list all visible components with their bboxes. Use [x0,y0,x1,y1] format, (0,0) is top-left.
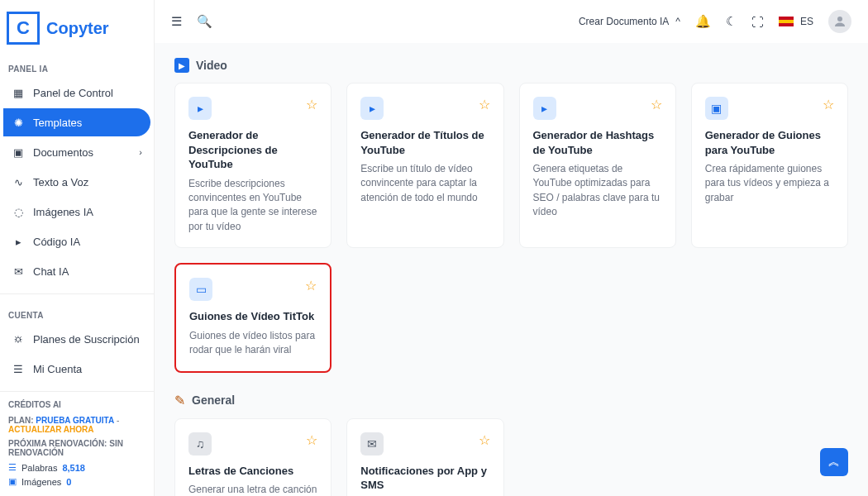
pencil-section-icon: ✎ [174,393,185,408]
music-icon: ♫ [188,432,212,455]
notifications-icon[interactable]: 🔔 [695,14,711,29]
svg-point-0 [837,17,842,21]
divider [0,391,154,392]
credits-block: CRÉDITOS AI PLAN: PRUEBA GRATUITA - ACTU… [0,400,154,496]
stat-palabras: ☰ Palabras 8,518 [8,462,145,473]
sidebar: C Copyter PANEL IA ▦ Panel de Control ✺ … [0,0,155,496]
card-title: Generador de Títulos de YouTube [360,128,489,157]
renovation-text: PRÓXIMA RENOVACIÓN: SIN RENOVACIÓN [8,439,145,457]
logo[interactable]: C Copyter [0,0,154,56]
credits-title: CRÉDITOS AI [8,400,145,409]
dashboard-icon: ▦ [12,86,25,99]
sidebar-item-panel-control[interactable]: ▦ Panel de Control [3,79,150,107]
card-desc: Escribe un título de vídeo convincente p… [360,162,489,205]
search-icon[interactable]: 🔍 [197,14,212,29]
cards-general: ♫ ☆ Letras de Canciones Generar una letr… [174,418,848,496]
topbar: ☰ 🔍 Crear Documento IA ^ 🔔 ☾ ⛶ ES [155,0,868,43]
sidebar-item-label: Imágenes IA [33,206,93,218]
sidebar-item-imagenes-ia[interactable]: ◌ Imágenes IA [3,198,150,226]
chevron-up-icon: ^ [675,16,680,27]
logo-box-icon: C [7,12,40,45]
card-youtube-scripts[interactable]: ▣ ☆ Generador de Guiones para YouTube Cr… [691,83,848,248]
favorite-star-icon[interactable]: ☆ [306,432,317,448]
images-count-icon: ▣ [8,476,17,487]
plan-sep: - [117,416,119,425]
stat-label: Imágenes [21,477,61,487]
card-desc: Guiones de vídeo listos para rodar que l… [189,329,317,358]
sidebar-item-chat-ia[interactable]: ✉ Chat IA [3,257,150,285]
sidebar-item-codigo-ia[interactable]: ▸ Código IA [3,227,150,255]
templates-icon: ✺ [12,116,25,129]
card-title: Notificaciones por App y SMS [360,464,489,493]
stat-label: Palabras [21,463,57,473]
sidebar-item-templates[interactable]: ✺ Templates [3,108,150,136]
favorite-star-icon[interactable]: ☆ [823,97,834,112]
fullscreen-icon[interactable]: ⛶ [751,15,764,29]
sidebar-item-mi-cuenta[interactable]: ☰ Mi Cuenta [3,355,150,383]
chevron-right-icon: › [139,147,142,157]
brand-name: Copyter [46,19,109,38]
content: ▶ Video ▸ ☆ Generador de Descripciones d… [155,43,868,496]
card-desc: Generar una letra de canción basada en s… [188,483,317,496]
user-icon [832,14,847,29]
logo-letter: C [17,17,30,39]
card-song-lyrics[interactable]: ♫ ☆ Letras de Canciones Generar una letr… [174,418,331,496]
plan-value: PRUEBA GRATUITA [36,416,114,425]
plans-icon: ⛭ [12,332,25,346]
favorite-star-icon[interactable]: ☆ [306,97,317,112]
menu-toggle-icon[interactable]: ☰ [171,14,182,29]
card-desc: Genera etiquetas de YouTube optimizadas … [533,162,662,220]
card-app-sms-notifications[interactable]: ✉ ☆ Notificaciones por App y SMS Mensaje… [346,418,503,496]
card-youtube-descriptions[interactable]: ▸ ☆ Generador de Descripciones de YouTub… [174,83,331,248]
sidebar-item-label: Mi Cuenta [33,363,82,375]
sidebar-item-label: Texto a Voz [33,176,88,188]
card-tiktok-scripts[interactable]: ▭ ☆ Guiones de Vídeo TitTok Guiones de v… [174,263,331,372]
code-icon: ▸ [12,235,25,248]
script-icon: ▣ [705,97,728,120]
favorite-star-icon[interactable]: ☆ [479,97,490,112]
plan-upgrade-link[interactable]: ACTUALIZAR AHORA [8,425,94,434]
create-doc-label: Crear Documento IA [579,16,669,27]
message-icon: ✉ [360,432,384,455]
video-section-icon: ▶ [174,58,189,73]
sidebar-item-documentos[interactable]: ▣ Documentos › [3,138,150,166]
card-desc: Escribe descripciones convincentes en Yo… [188,177,317,235]
voice-icon: ∿ [12,175,25,188]
card-youtube-titles[interactable]: ▸ ☆ Generador de Títulos de YouTube Escr… [346,83,503,248]
sidebar-item-label: Código IA [33,236,80,248]
avatar[interactable] [828,10,851,33]
sidebar-item-label: Templates [33,117,82,129]
sidebar-item-planes[interactable]: ⛭ Planes de Suscripción [3,325,150,353]
sidebar-section-panel-ia: PANEL IA [0,56,154,79]
card-desc: Crea rápidamente guiones para tus vídeos… [705,162,834,205]
sidebar-item-texto-voz[interactable]: ∿ Texto a Voz [3,168,150,196]
favorite-star-icon[interactable]: ☆ [305,278,317,293]
section-title: Video [196,59,227,72]
sidebar-item-label: Planes de Suscripción [33,333,140,346]
words-icon: ☰ [8,462,17,473]
favorite-star-icon[interactable]: ☆ [479,432,490,448]
favorite-star-icon[interactable]: ☆ [651,97,662,112]
stat-imagenes: ▣ Imágenes 0 [8,476,145,487]
nav-cuenta: ⛭ Planes de Suscripción ☰ Mi Cuenta [0,325,154,383]
sidebar-section-cuenta: CUENTA [0,303,154,325]
plan-label: PLAN: [8,416,34,425]
stat-value: 8,518 [62,463,85,473]
scroll-top-button[interactable]: ︽ [820,448,848,476]
documents-icon: ▣ [12,145,25,159]
plan-line: PLAN: PRUEBA GRATUITA - ACTUALIZAR AHORA [8,416,145,434]
card-title: Generador de Guiones para YouTube [705,128,834,157]
divider [0,293,154,294]
account-icon: ☰ [12,362,25,375]
card-youtube-hashtags[interactable]: ▸ ☆ Generador de Hashtags de YouTube Gen… [519,83,676,248]
card-title: Guiones de Vídeo TitTok [189,309,317,324]
tiktok-icon: ▭ [189,278,212,301]
theme-toggle-icon[interactable]: ☾ [726,14,737,29]
card-title: Generador de Hashtags de YouTube [533,128,662,157]
chat-icon: ✉ [12,265,25,278]
create-document-dropdown[interactable]: Crear Documento IA ^ [579,16,680,27]
language-selector[interactable]: ES [779,16,813,27]
cards-video: ▸ ☆ Generador de Descripciones de YouTub… [174,83,848,373]
images-icon: ◌ [12,205,25,218]
section-head-video: ▶ Video [174,58,848,73]
